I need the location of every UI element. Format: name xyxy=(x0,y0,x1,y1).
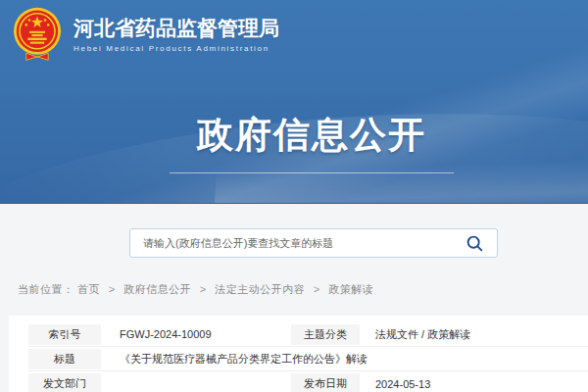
article-info-card: 索引号 FGWJ-2024-10009 主题分类 法规文件 / 政策解读 标题 … xyxy=(9,316,588,392)
search-box xyxy=(129,228,498,258)
banner-title: 政府信息公开 xyxy=(18,111,588,160)
page: 河北省药品监督管理局 Hebei Medical Products Admini… xyxy=(0,0,588,392)
table-row: 索引号 FGWJ-2024-10009 主题分类 法规文件 / 政策解读 xyxy=(28,322,588,347)
site-header: 河北省药品监督管理局 Hebei Medical Products Admini… xyxy=(0,0,588,204)
breadcrumb-item-statutory-disclosure[interactable]: 法定主动公开内容 xyxy=(215,283,305,295)
banner-underline xyxy=(170,172,454,173)
issuing-dept-label: 发文部门 xyxy=(28,373,101,392)
breadcrumb-item-info-disclosure[interactable]: 政府信息公开 xyxy=(123,283,191,295)
title-label: 标题 xyxy=(28,349,101,369)
search-icon xyxy=(466,234,484,253)
index-number-label: 索引号 xyxy=(28,324,101,345)
index-number-value: FGWJ-2024-10009 xyxy=(101,328,291,340)
table-row: 标题 《关于规范医疗器械产品分类界定工作的公告》解读 xyxy=(28,347,588,371)
breadcrumb-separator: > xyxy=(109,283,116,295)
publish-date-value: 2024-05-13 xyxy=(360,378,588,390)
banner: 政府信息公开 xyxy=(18,111,588,173)
topic-category-label: 主题分类 xyxy=(291,324,360,345)
publish-date-label: 发布日期 xyxy=(291,373,360,392)
org-title-block: 河北省药品监督管理局 Hebei Medical Products Admini… xyxy=(74,16,279,53)
national-emblem-icon xyxy=(12,7,63,62)
org-name: 河北省药品监督管理局 xyxy=(74,16,279,41)
topic-category-value: 法规文件 / 政策解读 xyxy=(360,327,588,342)
site-logo[interactable]: 河北省药品监督管理局 Hebei Medical Products Admini… xyxy=(12,7,279,62)
breadcrumb-separator: > xyxy=(314,283,320,295)
breadcrumb-item-policy-interpretation[interactable]: 政策解读 xyxy=(328,283,373,295)
table-row: 发文部门 发布日期 2024-05-13 xyxy=(28,371,588,392)
breadcrumb-prefix: 当前位置： xyxy=(18,283,74,295)
breadcrumb-separator: > xyxy=(200,283,207,295)
search-input[interactable] xyxy=(130,237,460,249)
title-value: 《关于规范医疗器械产品分类界定工作的公告》解读 xyxy=(101,352,588,367)
search-button[interactable] xyxy=(460,234,497,253)
breadcrumb-item-home[interactable]: 首页 xyxy=(77,283,100,295)
breadcrumb: 当前位置： 首页 > 政府信息公开 > 法定主动公开内容 > 政策解读 xyxy=(18,282,373,297)
org-name-english: Hebei Medical Products Administration xyxy=(74,44,279,53)
